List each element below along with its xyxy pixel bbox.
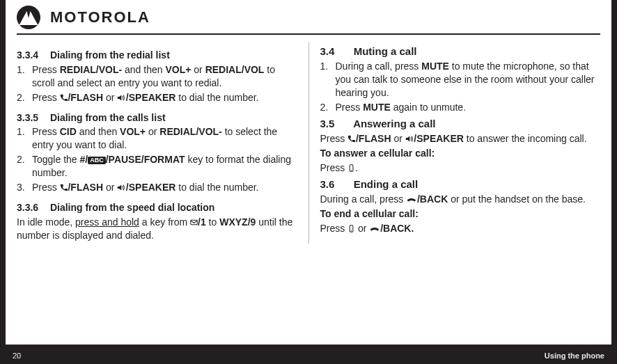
cellphone-icon (347, 164, 355, 172)
header-rule (17, 33, 600, 35)
phone-icon (60, 184, 68, 191)
list-item: 2. Toggle the #/ABC/PAUSE/FORMAT key to … (17, 153, 297, 180)
footer: 20 Using the phone (13, 351, 604, 360)
heading-3-3-5: 3.3.5 Dialing from the calls list (17, 111, 297, 125)
list-3-3-5: 1. Press CID and then VOL+ or REDIAL/VOL… (17, 125, 297, 193)
heading-3-4: 3.4 Muting a call (320, 45, 601, 58)
page: MOTOROLA 3.3.4 Dialing from the redial l… (6, 0, 611, 345)
content-columns: 3.3.4 Dialing from the redial list 1. Pr… (6, 42, 611, 244)
heading-3-5: 3.5 Answering a call (320, 117, 601, 131)
list-item: 3. Press /FLASH or /SPEAKER to dial the … (17, 181, 297, 194)
list-3-3-4: 1. Press REDIAL/VOL- and then VOL+ or RE… (17, 63, 297, 104)
footer-title: Using the phone (545, 351, 604, 360)
list-item: 1. Press REDIAL/VOL- and then VOL+ or RE… (17, 63, 297, 90)
right-column: 3.4 Muting a call 1. During a call, pres… (320, 42, 601, 244)
paragraph-end-cellular: Press or /BACK. (320, 222, 601, 235)
phone-icon (60, 94, 68, 102)
paragraph-3-6: During a call, press /BACK or put the ha… (320, 193, 601, 206)
column-divider (308, 42, 309, 244)
paragraph-3-3-6: In idle mode, press and hold a key from … (17, 216, 297, 242)
message-icon (190, 219, 198, 226)
speaker-icon (117, 94, 126, 102)
hangup-icon (406, 196, 417, 203)
cellphone-icon (347, 225, 355, 232)
speaker-icon (117, 184, 126, 191)
heading-3-6: 3.6 Ending a call (320, 177, 601, 191)
motorola-logo-icon (17, 6, 40, 29)
phone-icon (347, 135, 356, 143)
list-item: 2. Press /FLASH or /SPEAKER to dial the … (17, 91, 297, 104)
list-3-4: 1. During a call, press MUTE to mute the… (320, 60, 601, 114)
left-column: 3.3.4 Dialing from the redial list 1. Pr… (17, 42, 297, 244)
abc-badge-icon: ABC (88, 157, 106, 164)
subhead-end-cellular: To end a cellular call: (320, 207, 601, 221)
header: MOTOROLA (6, 0, 611, 33)
speaker-icon (405, 135, 414, 143)
page-number: 20 (13, 351, 21, 360)
heading-3-3-6: 3.3.6 Dialing from the speed dial locati… (17, 201, 297, 214)
list-item: 1. Press CID and then VOL+ or REDIAL/VOL… (17, 125, 297, 152)
heading-3-3-4: 3.3.4 Dialing from the redial list (17, 49, 297, 62)
paragraph-3-5: Press /FLASH or /SPEAKER to answer the i… (320, 132, 601, 145)
list-item: 1. During a call, press MUTE to mute the… (320, 60, 601, 100)
subhead-answer-cellular: To answer a cellular call: (320, 147, 601, 160)
paragraph-answer-cellular: Press . (320, 161, 601, 175)
hangup-icon (369, 225, 380, 232)
brand-wordmark: MOTOROLA (50, 8, 150, 26)
list-item: 2. Press MUTE again to unmute. (320, 101, 601, 114)
